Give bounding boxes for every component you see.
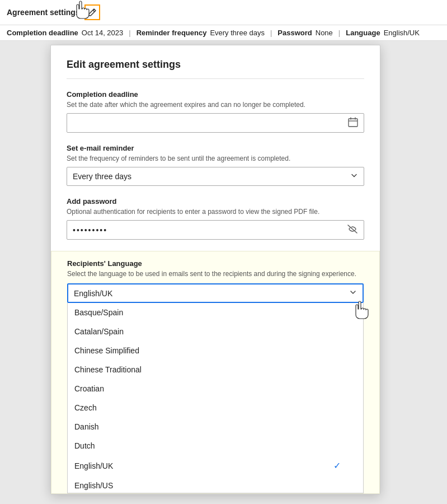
language-chevron-icon — [349, 288, 357, 298]
lang-item-label: Danish — [74, 422, 99, 431]
language-label: Language — [346, 29, 380, 37]
language-list: Basque/SpainCatalan/SpainChinese Simplif… — [67, 303, 364, 493]
edit-icon — [88, 8, 97, 17]
lang-item[interactable]: Croatian — [68, 379, 363, 398]
lang-item-label: Dutch — [74, 441, 95, 450]
language-section: Recipients' Language Select the language… — [51, 251, 380, 494]
completion-deadline-desc: Set the date after which the agreement e… — [67, 101, 364, 109]
lang-item[interactable]: Czech — [68, 398, 363, 417]
edit-agreement-modal: Edit agreement settings Completion deadl… — [50, 45, 380, 494]
date-input-wrapper[interactable]: 10 / 14 / 2023 — [67, 113, 364, 133]
password-section: Add password Optional authentication for… — [67, 197, 364, 240]
lang-item[interactable]: English/UK✓ — [68, 455, 363, 476]
lang-item-label: Chinese Traditional — [74, 365, 142, 374]
separator-2: | — [270, 29, 272, 37]
email-reminder-label: Set e-mail reminder — [67, 144, 364, 152]
language-section-label: Recipients' Language — [67, 259, 364, 268]
lang-item[interactable]: Danish — [68, 417, 363, 436]
language-value: English/UK — [384, 29, 420, 37]
password-input-wrapper[interactable] — [67, 220, 364, 240]
lang-item-label: English/UK — [74, 461, 113, 470]
completion-label: Completion deadline — [7, 29, 78, 37]
password-label: Password — [277, 29, 312, 37]
page-title: Agreement settings — [7, 8, 80, 17]
lang-item-label: Basque/Spain — [74, 308, 123, 317]
top-bar: Agreement settings — [0, 0, 447, 25]
language-selected-text: English/UK — [74, 289, 349, 298]
lang-item[interactable]: Basque/Spain — [68, 303, 363, 322]
completion-deadline-section: Completion deadline Set the date after w… — [67, 90, 364, 133]
reminder-value: Every three days — [210, 29, 265, 37]
reminder-label: Reminder frequency — [137, 29, 207, 37]
edit-button[interactable] — [84, 4, 100, 20]
lang-item[interactable]: Catalan/Spain — [68, 322, 363, 341]
language-selected[interactable]: English/UK — [67, 283, 364, 303]
completion-value: Oct 14, 2023 — [82, 29, 123, 37]
reminder-select-wrapper[interactable]: Every day Every two days Every three day… — [67, 167, 364, 186]
language-section-desc: Select the language to be used in emails… — [67, 270, 364, 278]
password-section-label: Add password — [67, 197, 364, 206]
modal-title: Edit agreement settings — [67, 59, 364, 79]
email-reminder-desc: Set the frequency of reminders to be sen… — [67, 155, 364, 162]
lang-item[interactable]: Chinese Traditional — [68, 360, 363, 379]
check-icon: ✓ — [333, 460, 341, 471]
metadata-bar: Completion deadline Oct 14, 2023 | Remin… — [0, 25, 447, 41]
eye-hidden-icon[interactable] — [347, 224, 358, 236]
lang-item-label: English/US — [74, 481, 113, 490]
svg-rect-0 — [349, 119, 357, 127]
reminder-select[interactable]: Every day Every two days Every three day… — [67, 167, 364, 185]
lang-item-label: Czech — [74, 403, 97, 412]
separator-3: | — [338, 29, 340, 37]
lang-item[interactable]: Chinese Simplified — [68, 341, 363, 360]
email-reminder-section: Set e-mail reminder Set the frequency of… — [67, 144, 364, 186]
date-input[interactable]: 10 / 14 / 2023 — [73, 119, 348, 128]
lang-item[interactable]: Dutch — [68, 436, 363, 455]
password-section-desc: Optional authentication for recipients t… — [67, 208, 364, 216]
lang-item-label: Catalan/Spain — [74, 327, 124, 336]
calendar-icon[interactable] — [348, 117, 358, 129]
separator-1: | — [129, 29, 130, 37]
password-value: None — [316, 29, 333, 37]
lang-item[interactable]: English/US — [68, 476, 363, 493]
language-dropdown-container: English/UK Basque/SpainCatalan/SpainChin… — [67, 283, 364, 493]
password-input[interactable] — [73, 226, 347, 235]
lang-item-label: Chinese Simplified — [74, 346, 139, 355]
completion-deadline-label: Completion deadline — [67, 90, 364, 99]
lang-item-label: Croatian — [74, 384, 104, 393]
